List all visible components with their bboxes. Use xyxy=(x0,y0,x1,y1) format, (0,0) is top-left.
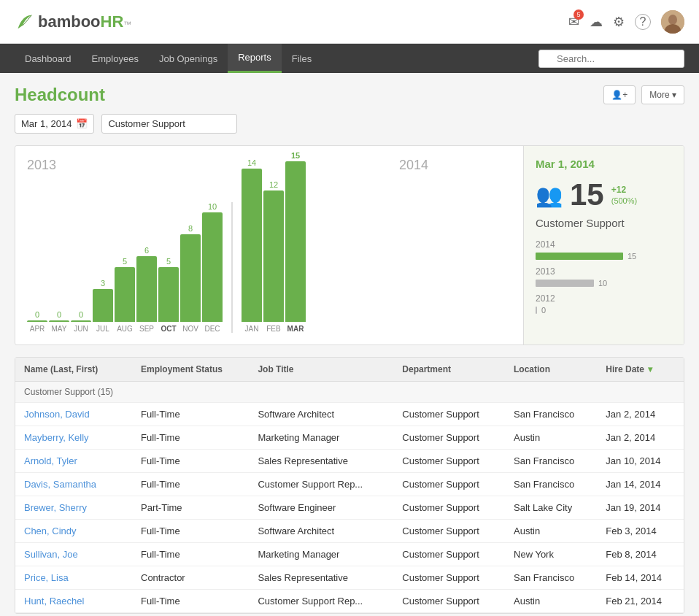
table-row: Mayberry, Kelly Full-Time Marketing Mana… xyxy=(15,426,684,450)
logo[interactable]: bamboo HR ™ xyxy=(15,12,131,32)
year-stat-2012: 2012 0 xyxy=(536,293,672,315)
add-employee-button[interactable]: 👤+ xyxy=(603,85,636,104)
emp-link-johnson[interactable]: Johnson, David xyxy=(24,409,90,420)
page-title: Headcount xyxy=(15,85,105,105)
emp-link-brewer[interactable]: Brewer, Sherry xyxy=(24,502,87,513)
dept-sullivan: Customer Support xyxy=(393,543,505,566)
count-number: 15 xyxy=(570,177,604,212)
sidebar-count: 👥 15 +12 (500%) xyxy=(536,177,672,212)
settings-button[interactable]: ⚙ xyxy=(613,14,625,30)
avatar-image xyxy=(661,10,684,34)
top-icons: ✉ 5 ☁ ⚙ ? xyxy=(568,10,684,34)
status-chen: Full-Time xyxy=(132,520,249,543)
status-price: Contractor xyxy=(132,566,249,590)
emp-link-price[interactable]: Price, Lisa xyxy=(24,572,69,583)
date-mayberry: Jan 2, 2014 xyxy=(597,426,684,450)
logo-wordmark: bamboo HR ™ xyxy=(38,12,131,31)
date-davis: Jan 14, 2014 xyxy=(597,473,684,496)
date-johnson: Jan 2, 2014 xyxy=(597,403,684,426)
status-sullivan: Full-Time xyxy=(132,543,249,566)
date-price: Feb 14, 2014 xyxy=(597,566,684,590)
year-stat-2014: 2014 15 xyxy=(536,239,672,261)
help-icon: ? xyxy=(635,14,651,30)
notification-badge: 5 xyxy=(574,9,584,20)
bar-nov: 8 NOV xyxy=(180,224,201,333)
more-button[interactable]: More ▾ xyxy=(641,85,684,104)
bar-may: 0 MAY xyxy=(49,310,69,333)
loc-price: San Francisco xyxy=(505,566,597,590)
table-row: Price, Lisa Contractor Sales Representat… xyxy=(15,566,684,590)
loc-arnold: San Francisco xyxy=(505,450,597,473)
title-mayberry: Marketing Manager xyxy=(249,426,393,450)
filter-bar: Mar 1, 2014 📅 xyxy=(15,114,684,134)
title-arnold: Sales Representative xyxy=(249,450,393,473)
table-row: Davis, Samantha Full-Time Customer Suppo… xyxy=(15,473,684,496)
emp-link-davis[interactable]: Davis, Samantha xyxy=(24,479,96,490)
dept-mayberry: Customer Support xyxy=(393,426,505,450)
loc-mayberry: Austin xyxy=(505,426,597,450)
date-chen: Feb 3, 2014 xyxy=(597,520,684,543)
year-2014-label: 2014 xyxy=(399,158,428,173)
bar-oct: 5 OCT xyxy=(158,257,179,333)
search-input[interactable] xyxy=(538,50,684,68)
chart-main: 2013 2014 0 APR 0 MAY xyxy=(15,146,523,344)
status-arnold: Full-Time xyxy=(132,450,249,473)
col-hire-date[interactable]: Hire Date ▾ xyxy=(597,358,684,382)
status-davis: Full-Time xyxy=(132,473,249,496)
dept-brewer: Customer Support xyxy=(393,496,505,520)
help-button[interactable]: ? xyxy=(635,14,651,30)
emp-link-arnold[interactable]: Arnold, Tyler xyxy=(24,455,77,466)
logo-hr: HR xyxy=(101,12,124,31)
nav-search: 🔍 xyxy=(538,50,684,68)
dept-chen: Customer Support xyxy=(393,520,505,543)
notifications-button[interactable]: ✉ 5 xyxy=(568,14,579,30)
gear-icon: ⚙ xyxy=(613,14,625,30)
page-header: Headcount 👤+ More ▾ xyxy=(15,85,684,105)
dept-arnold: Customer Support xyxy=(393,450,505,473)
dept-johnson: Customer Support xyxy=(393,403,505,426)
table-row: Sullivan, Joe Full-Time Marketing Manage… xyxy=(15,543,684,566)
emp-link-chen[interactable]: Chen, Cindy xyxy=(24,525,77,536)
bar-aug: 5 AUG xyxy=(115,257,135,333)
title-davis: Customer Support Rep... xyxy=(249,473,393,496)
bar-sep: 6 SEP xyxy=(136,246,157,333)
bar-jan: 14 JAN xyxy=(242,158,262,333)
emp-link-sullivan[interactable]: Sullivan, Joe xyxy=(24,549,78,560)
status-hunt: Full-Time xyxy=(132,590,249,613)
col-name: Name (Last, First) xyxy=(15,358,132,382)
cloud-button[interactable]: ☁ xyxy=(590,14,603,30)
table-row: Brewer, Sherry Part-Time Software Engine… xyxy=(15,496,684,520)
sort-icon: ▾ xyxy=(648,364,652,374)
nav-reports[interactable]: Reports xyxy=(228,44,282,73)
bar-feb: 12 FEB xyxy=(263,180,284,333)
date-input[interactable]: Mar 1, 2014 📅 xyxy=(15,114,94,134)
user-avatar[interactable] xyxy=(661,10,684,34)
date-sullivan: Feb 8, 2014 xyxy=(597,543,684,566)
nav-employees[interactable]: Employees xyxy=(82,44,149,73)
logo-trademark: ™ xyxy=(123,20,131,28)
svg-point-1 xyxy=(668,15,677,25)
title-hunt: Customer Support Rep... xyxy=(249,590,393,613)
page-actions: 👤+ More ▾ xyxy=(603,85,684,104)
department-input[interactable] xyxy=(101,114,237,134)
date-brewer: Jan 19, 2014 xyxy=(597,496,684,520)
emp-link-hunt[interactable]: Hunt, Raechel xyxy=(24,596,84,607)
main-content: Headcount 👤+ More ▾ Mar 1, 2014 📅 2013 2… xyxy=(0,73,699,616)
date-value: Mar 1, 2014 xyxy=(21,118,72,129)
group-label: Customer Support (15) xyxy=(15,382,684,403)
bar-apr: 0 APR xyxy=(27,310,47,333)
sidebar-dept-label: Customer Support xyxy=(536,217,672,229)
loc-hunt: Austin xyxy=(505,590,597,613)
nav-dashboard[interactable]: Dashboard xyxy=(15,44,82,73)
bar-mar: 15 MAR xyxy=(285,151,306,333)
nav-job-openings[interactable]: Job Openings xyxy=(149,44,228,73)
title-sullivan: Marketing Manager xyxy=(249,543,393,566)
table-row: Johnson, David Full-Time Software Archit… xyxy=(15,403,684,426)
col-title: Job Title xyxy=(249,358,393,382)
bar-jun: 0 JUN xyxy=(71,310,91,333)
col-dept: Department xyxy=(393,358,505,382)
emp-link-mayberry[interactable]: Mayberry, Kelly xyxy=(24,432,89,443)
dept-davis: Customer Support xyxy=(393,473,505,496)
logo-bamboo: bamboo xyxy=(38,12,101,31)
nav-files[interactable]: Files xyxy=(282,44,322,73)
